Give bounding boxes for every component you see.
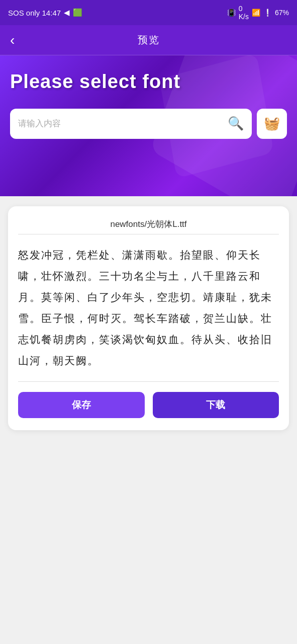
font-card: newfonts/光朝体L.ttf 怒发冲冠，凭栏处、潇潇雨歇。抬望眼、仰天长啸… <box>8 206 289 430</box>
alert-icon: ❕ <box>263 9 272 17</box>
wifi-icon: 📶 <box>252 9 260 17</box>
app-icon: 🟩 <box>73 8 82 17</box>
status-bar: SOS only 14:47 ◀ 🟩 📳 0K/s 📶 ❕ 67% <box>0 0 297 25</box>
font-filename: newfonts/光朝体L.ttf <box>18 218 279 230</box>
vibrate-icon: 📳 <box>227 9 236 17</box>
location-icon: ◀ <box>64 8 70 17</box>
hero-section: Please select font 🔍 🧺 <box>0 55 297 196</box>
page-title: 预览 <box>138 33 160 47</box>
status-left: SOS only 14:47 ◀ 🟩 <box>8 8 82 17</box>
bottom-divider <box>18 381 279 382</box>
status-right: 📳 0K/s 📶 ❕ 67% <box>227 5 289 21</box>
search-icon: 🔍 <box>228 116 244 131</box>
speed-text: 0K/s <box>239 5 249 21</box>
download-button[interactable]: 下载 <box>153 392 279 418</box>
status-text: SOS only 14:47 <box>8 9 61 17</box>
search-row: 🔍 🧺 <box>10 109 287 139</box>
search-box[interactable]: 🔍 <box>10 109 252 139</box>
battery-text: 67% <box>275 9 289 17</box>
header: ‹ 预览 <box>0 25 297 55</box>
search-input[interactable] <box>18 119 223 129</box>
action-buttons: 保存 下载 <box>18 392 279 418</box>
back-button[interactable]: ‹ <box>10 32 15 48</box>
basket-button[interactable]: 🧺 <box>257 109 287 139</box>
hero-title: Please select font <box>10 70 287 94</box>
top-divider <box>18 234 279 234</box>
basket-icon: 🧺 <box>264 116 280 131</box>
main-content: newfonts/光朝体L.ttf 怒发冲冠，凭栏处、潇潇雨歇。抬望眼、仰天长啸… <box>0 196 297 599</box>
font-preview-text: 怒发冲冠，凭栏处、潇潇雨歇。抬望眼、仰天长啸，壮怀激烈。三十功名尘与土，八千里路… <box>18 245 279 371</box>
save-button[interactable]: 保存 <box>18 392 145 418</box>
